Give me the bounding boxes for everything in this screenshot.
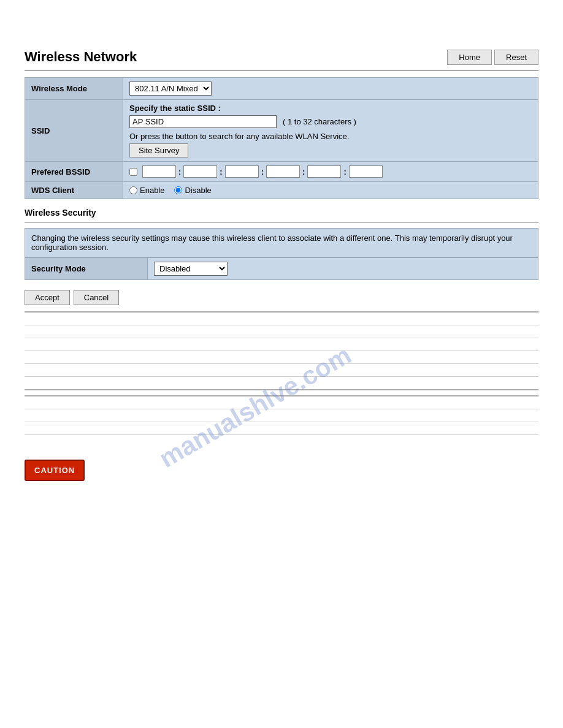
site-survey-button[interactable]: Site Survey bbox=[129, 143, 188, 157]
cancel-button[interactable]: Cancel bbox=[74, 290, 119, 305]
wireless-security-title: Wireless Security bbox=[25, 208, 538, 218]
wds-radio-group: Enable Disable bbox=[129, 186, 532, 195]
wds-enable-label[interactable]: Enable bbox=[129, 186, 164, 195]
bssid-field-3[interactable] bbox=[225, 165, 259, 178]
bssid-label: Prefered BSSID bbox=[25, 162, 123, 182]
ssid-value: Specify the static SSID : ( 1 to 32 char… bbox=[123, 100, 538, 162]
wds-disable-text: Disable bbox=[185, 186, 211, 195]
ssid-specify-text: Specify the static SSID : bbox=[129, 104, 532, 113]
ssid-row: SSID Specify the static SSID : ( 1 to 32… bbox=[25, 100, 538, 162]
wds-client-value: Enable Disable bbox=[123, 182, 538, 199]
warning-text: Changing the wireless security settings … bbox=[31, 233, 513, 252]
wds-enable-text: Enable bbox=[140, 186, 164, 195]
caution-badge: CAUTION bbox=[25, 460, 85, 481]
bottom-line-thick-2 bbox=[25, 395, 538, 396]
bottom-line-1 bbox=[25, 325, 538, 325]
bssid-colon-5: : bbox=[343, 167, 346, 176]
security-top-divider bbox=[25, 222, 538, 223]
bottom-line-8 bbox=[25, 434, 538, 435]
main-form-table: Wireless Mode 802.11 A/N Mixed 802.11 A … bbox=[25, 77, 538, 199]
bottom-line-7 bbox=[25, 422, 538, 422]
bssid-field-4[interactable] bbox=[266, 165, 300, 178]
bssid-checkbox[interactable] bbox=[129, 168, 137, 176]
bssid-colon-4: : bbox=[302, 167, 305, 176]
page-header: Wireless Network Home Reset bbox=[25, 49, 538, 65]
ssid-input[interactable] bbox=[129, 115, 277, 128]
security-mode-value: Disabled WEP WPA WPA2 WPA Mixed bbox=[148, 258, 538, 280]
bssid-value: : : : : : bbox=[123, 162, 538, 182]
bottom-line-6 bbox=[25, 409, 538, 409]
bssid-field-6[interactable] bbox=[349, 165, 383, 178]
bssid-container: : : : : : bbox=[129, 165, 532, 178]
home-button[interactable]: Home bbox=[447, 50, 492, 65]
ssid-or-text: Or press the button to search for any av… bbox=[129, 132, 532, 141]
warning-box: Changing the wireless security settings … bbox=[25, 228, 538, 257]
wds-enable-radio[interactable] bbox=[129, 186, 137, 194]
bottom-line-thick-1 bbox=[25, 389, 538, 390]
bottom-lines bbox=[25, 325, 538, 435]
bssid-field-1[interactable] bbox=[142, 165, 176, 178]
security-mode-row: Security Mode Disabled WEP WPA WPA2 WPA … bbox=[25, 258, 538, 280]
wds-client-row: WDS Client Enable Disable bbox=[25, 182, 538, 199]
reset-button[interactable]: Reset bbox=[494, 50, 538, 65]
page-title: Wireless Network bbox=[25, 49, 137, 65]
wds-client-label: WDS Client bbox=[25, 182, 123, 199]
accept-button[interactable]: Accept bbox=[25, 290, 70, 305]
bssid-field-5[interactable] bbox=[307, 165, 341, 178]
bssid-row: Prefered BSSID : : : : : bbox=[25, 162, 538, 182]
header-buttons: Home Reset bbox=[447, 50, 538, 65]
wireless-mode-row: Wireless Mode 802.11 A/N Mixed 802.11 A … bbox=[25, 78, 538, 100]
bssid-colon-1: : bbox=[178, 167, 181, 176]
wds-disable-label[interactable]: Disable bbox=[174, 186, 211, 195]
wds-disable-radio[interactable] bbox=[174, 186, 182, 194]
caution-badge-container: CAUTION bbox=[25, 447, 538, 481]
header-divider bbox=[25, 70, 538, 71]
bottom-line-2 bbox=[25, 338, 538, 338]
wireless-mode-value: 802.11 A/N Mixed 802.11 A Only 802.11 N … bbox=[123, 78, 538, 100]
ssid-chars-hint: ( 1 to 32 characters ) bbox=[283, 117, 356, 126]
bottom-line-5 bbox=[25, 376, 538, 377]
bottom-divider-1 bbox=[25, 311, 538, 313]
ssid-label: SSID bbox=[25, 100, 123, 162]
security-mode-select[interactable]: Disabled WEP WPA WPA2 WPA Mixed bbox=[154, 262, 228, 276]
bottom-line-4 bbox=[25, 363, 538, 364]
bssid-colon-2: : bbox=[220, 167, 222, 176]
bssid-colon-3: : bbox=[261, 167, 264, 176]
bssid-field-2[interactable] bbox=[183, 165, 217, 178]
wireless-mode-select[interactable]: 802.11 A/N Mixed 802.11 A Only 802.11 N … bbox=[129, 82, 212, 96]
action-buttons: Accept Cancel bbox=[25, 290, 538, 305]
bottom-line-3 bbox=[25, 351, 538, 351]
security-mode-label: Security Mode bbox=[25, 258, 148, 280]
security-mode-table: Security Mode Disabled WEP WPA WPA2 WPA … bbox=[25, 257, 538, 280]
wireless-mode-label: Wireless Mode bbox=[25, 78, 123, 100]
